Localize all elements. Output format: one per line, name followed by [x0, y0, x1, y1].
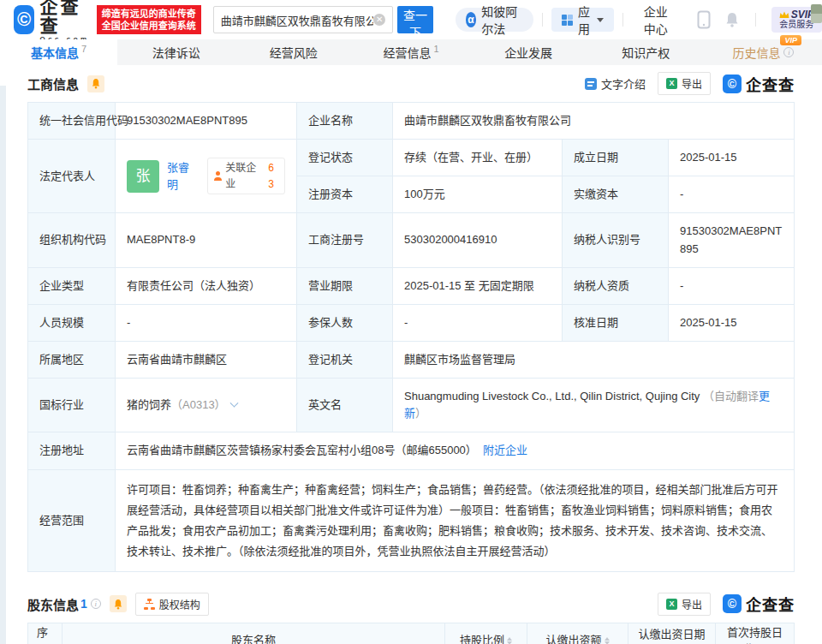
field-label-authority: 登记机关	[297, 341, 393, 378]
col-header-name: 股东名称	[63, 623, 445, 644]
field-label-reg-no: 工商注册号	[297, 213, 393, 267]
field-value-approval-date: 2025-01-15	[669, 304, 795, 341]
info-icon[interactable]: i	[783, 47, 794, 57]
section-tab-bar: 基本信息 7 法律诉讼 经营风险 经营信息 1 企业发展 知识产权 VIP 历史…	[0, 39, 822, 65]
export-button[interactable]: X 导出	[658, 72, 711, 95]
field-label-reg-status: 登记状态	[297, 140, 393, 176]
industry-code: （A0313）	[171, 398, 226, 411]
qcc-watermark: © 企查查	[723, 593, 795, 615]
related-label: 关联企业	[225, 160, 265, 192]
field-label-staff-size: 人员规模	[28, 304, 116, 341]
tab-label: 经营信息	[383, 44, 431, 61]
col-header-no: 序号	[28, 623, 63, 644]
qcc-watermark-icon: ©	[723, 594, 742, 613]
search-input[interactable]	[221, 14, 373, 27]
business-info-header: 工商信息 文字介绍 X 导出 © 企查查	[27, 72, 795, 95]
export-button[interactable]: X 导出	[658, 593, 711, 616]
field-value-industry: 猪的饲养（A0313）	[116, 379, 297, 432]
field-label-est-date: 成立日期	[563, 140, 669, 176]
col-header-amount[interactable]: 认缴出资额	[527, 623, 628, 644]
col-label: 认缴出资额	[545, 634, 601, 644]
notification-bell-icon[interactable]	[724, 11, 740, 28]
crown-icon	[779, 11, 789, 19]
field-value-authority: 麒麟区市场监督管理局	[393, 341, 795, 378]
text-intro-button[interactable]: 文字介绍	[585, 75, 646, 92]
qcc-logo-icon[interactable]: ©	[14, 5, 34, 34]
translate-note: （自动翻译	[703, 390, 759, 402]
field-label-taxpayer-id: 纳税人识别号	[563, 213, 669, 267]
field-value-scope: 许可项目：牲畜饲养；种畜禽生产；种畜禽经营；饲料生产；食品销售；兽药经营。（依法…	[116, 469, 795, 571]
col-header-ratio[interactable]: 持股比例	[445, 623, 527, 644]
tab-legal-litigation[interactable]: 法律诉讼	[117, 39, 235, 65]
tab-intellectual-property[interactable]: 知识产权	[587, 39, 705, 65]
business-info-table: 统一社会信用代码 91530302MAE8PNT895 企业名称 曲靖市麒麟区双…	[27, 102, 795, 572]
qcc-watermark-text: 企查查	[746, 73, 795, 95]
field-value-legal-rep: 张 张睿明 关联企业 63	[116, 140, 297, 213]
qcc-watermark-text: 企查查	[746, 593, 795, 615]
chevron-down-icon[interactable]	[229, 399, 238, 408]
related-companies-badge[interactable]: 关联企业 63	[207, 158, 285, 194]
translate-note-close: ）	[415, 407, 426, 420]
tab-label: 历史信息	[732, 44, 780, 61]
field-value-company-name: 曲靖市麒麟区双牧鼎畜牧有限公司	[393, 103, 795, 140]
col-label: 首次持股日期	[727, 626, 783, 644]
sort-icon[interactable]	[507, 637, 512, 644]
sort-icon[interactable]	[605, 637, 610, 644]
excel-icon: X	[666, 599, 677, 610]
tab-operating-info[interactable]: 经营信息 1	[352, 39, 469, 65]
tab-company-development[interactable]: 企业发展	[470, 39, 587, 65]
text-intro-icon	[585, 78, 597, 90]
table-row: 企业类型 有限责任公司（法人独资） 营业期限 2025-01-15 至 无固定期…	[28, 267, 795, 304]
field-value-term: 2025-01-15 至 无固定期限	[393, 267, 563, 304]
field-value-credit-code: 91530302MAE8PNT895	[116, 103, 297, 140]
table-row: 所属地区 云南省曲靖市麒麟区 登记机关 麒麟区市场监督管理局	[28, 341, 795, 378]
search-box[interactable]: ✕	[213, 6, 393, 33]
field-value-insured: -	[393, 304, 563, 341]
export-label: 导出	[682, 597, 702, 611]
legal-rep-name-link[interactable]: 张睿明	[167, 159, 200, 194]
clear-search-icon[interactable]: ✕	[373, 14, 385, 26]
qcc-logo[interactable]: 企查查 Qcc.com	[39, 0, 89, 43]
col-header-first-date[interactable]: 首次持股日期	[716, 623, 795, 644]
person-icon	[213, 171, 223, 181]
field-value-est-date: 2025-01-15	[669, 140, 795, 176]
field-label-paid-capital: 实缴资本	[563, 176, 669, 213]
field-value-taxpayer-id: 91530302MAE8PNT895	[669, 213, 795, 267]
monitor-bell-icon[interactable]	[110, 595, 127, 612]
info-icon[interactable]: i	[91, 599, 101, 609]
legal-rep-avatar[interactable]: 张	[127, 160, 159, 193]
col-label: 认缴出资日期	[638, 628, 705, 641]
tab-basic-info[interactable]: 基本信息 7	[0, 39, 117, 65]
section-title: 股东信息	[27, 595, 79, 613]
apps-menu-button[interactable]: 应用	[551, 8, 614, 32]
field-label-industry: 国标行业	[28, 379, 116, 432]
monitor-bell-icon[interactable]	[87, 75, 104, 92]
field-label-approval-date: 核准日期	[563, 304, 669, 341]
industry-name: 猪的饲养	[127, 398, 171, 411]
tab-history-info[interactable]: VIP 历史信息 i	[705, 39, 822, 65]
field-value-taxpayer-qual: -	[669, 267, 795, 304]
shareholders-count: 1	[80, 597, 87, 611]
brand-slogan: 缔造有远见的商业传奇 全国企业信用查询系统	[97, 5, 201, 34]
export-label: 导出	[682, 76, 702, 91]
english-name: Shuangmuding Livestock Co., Ltd., Qilin …	[404, 390, 700, 402]
field-label-reg-capital: 注册资本	[297, 176, 393, 213]
enterprise-center-link[interactable]: 企业中心	[644, 3, 678, 37]
col-header-date[interactable]: 认缴出资日期	[628, 623, 716, 644]
field-label-region: 所属地区	[28, 341, 116, 378]
search-button[interactable]: 查一下	[397, 6, 433, 33]
field-label-legal-rep: 法定代表人	[28, 140, 116, 213]
tab-operating-risk[interactable]: 经营风险	[235, 39, 352, 65]
field-value-staff-size: -	[116, 304, 297, 341]
field-label-address: 注册地址	[28, 432, 116, 469]
slogan-line1: 缔造有远见的商业传奇	[102, 8, 196, 20]
equity-structure-button[interactable]: 股权结构	[135, 593, 209, 616]
zhibi-alpha-button[interactable]: α 知彼阿尔法	[456, 8, 534, 32]
tab-label: 经营风险	[270, 44, 318, 61]
nearby-companies-link[interactable]: 附近企业	[483, 444, 527, 456]
field-label-org-code: 组织机构代码	[28, 213, 116, 267]
top-bar: © 企查查 Qcc.com 缔造有远见的商业传奇 全国企业信用查询系统 ✕ 查一…	[0, 0, 822, 39]
mobile-app-icon[interactable]	[697, 10, 711, 29]
table-header-row: 序号 股东名称 持股比例 认缴出资额 认缴出资日期 首次持股日期	[28, 623, 795, 644]
table-row: 国标行业 猪的饲养（A0313） 英文名 Shuangmuding Livest…	[28, 379, 795, 432]
